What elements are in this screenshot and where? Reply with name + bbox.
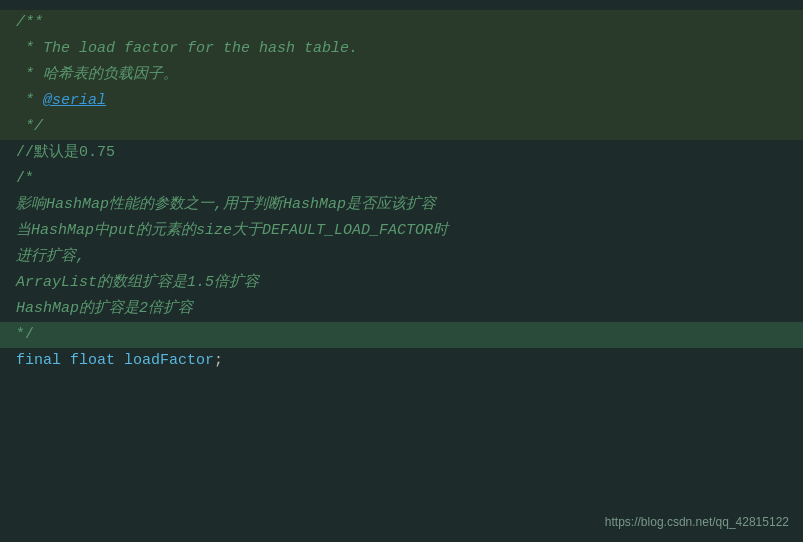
- block-comment-open: /*: [16, 167, 34, 191]
- line-doc-serial: * @serial: [0, 88, 803, 114]
- block-comment-2: 当HashMap中put的元素的size大于DEFAULT_LOAD_FACTO…: [16, 219, 448, 243]
- single-comment-text: //默认是0.75: [16, 141, 115, 165]
- line-single-comment: //默认是0.75: [0, 140, 803, 166]
- doc-comment-text-2: * 哈希表的负载因子。: [16, 63, 178, 87]
- block-comment-1: 影响HashMap性能的参数之一,用于判断HashMap是否应该扩容: [16, 193, 436, 217]
- var-loadfactor: loadFactor: [124, 349, 214, 373]
- line-block-5: HashMap的扩容是2倍扩容: [0, 296, 803, 322]
- doc-comment-open: /**: [16, 11, 43, 35]
- block-comment-close: */: [16, 323, 34, 347]
- line-block-2: 当HashMap中put的元素的size大于DEFAULT_LOAD_FACTO…: [0, 218, 803, 244]
- doc-serial-tag: @serial: [43, 89, 106, 113]
- line-code: final float loadFactor;: [0, 348, 803, 374]
- semicolon: ;: [214, 349, 223, 373]
- code-container: /** * The load factor for the hash table…: [0, 0, 803, 542]
- line-block-end: */: [0, 322, 803, 348]
- type-float: float: [70, 349, 124, 373]
- line-block-1: 影响HashMap性能的参数之一,用于判断HashMap是否应该扩容: [0, 192, 803, 218]
- doc-comment-text-1: * The load factor for the hash table.: [16, 37, 358, 61]
- block-comment-5: HashMap的扩容是2倍扩容: [16, 297, 193, 321]
- line-doc-start: /**: [0, 10, 803, 36]
- line-doc-comment-2: * 哈希表的负载因子。: [0, 62, 803, 88]
- line-block-start: /*: [0, 166, 803, 192]
- watermark: https://blog.csdn.net/qq_42815122: [605, 513, 789, 532]
- block-comment-4: ArrayList的数组扩容是1.5倍扩容: [16, 271, 259, 295]
- keyword-final: final: [16, 349, 70, 373]
- block-comment-3: 进行扩容,: [16, 245, 85, 269]
- line-block-3: 进行扩容,: [0, 244, 803, 270]
- doc-comment-close: */: [16, 115, 43, 139]
- line-doc-comment-1: * The load factor for the hash table.: [0, 36, 803, 62]
- doc-serial-prefix: *: [16, 89, 43, 113]
- line-block-4: ArrayList的数组扩容是1.5倍扩容: [0, 270, 803, 296]
- line-doc-end: */: [0, 114, 803, 140]
